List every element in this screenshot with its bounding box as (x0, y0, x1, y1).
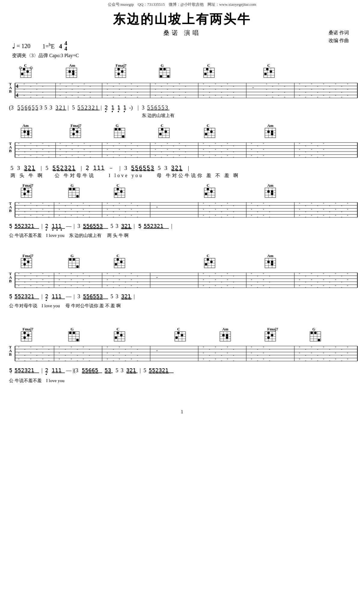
svg-text:×: × (42, 278, 44, 281)
svg-text:×: × (257, 150, 258, 153)
svg-text:×: × (71, 208, 72, 211)
svg-point-258 (27, 133, 29, 135)
svg-text:×: × (59, 148, 61, 151)
svg-text:×: × (125, 216, 126, 219)
svg-point-1049 (46, 374, 47, 375)
svg-text:×: × (179, 82, 180, 85)
svg-text:×: × (119, 345, 120, 348)
svg-text:×: × (233, 204, 234, 207)
svg-text:5: 5 (111, 293, 113, 299)
tempo-value: = 120 (17, 43, 30, 50)
svg-text:|: | (171, 223, 172, 229)
svg-text:×: × (30, 202, 32, 205)
svg-text:×: × (317, 96, 318, 99)
svg-text:×: × (203, 142, 204, 145)
svg-text:×: × (335, 345, 336, 348)
svg-text:Am: Am (267, 253, 273, 258)
svg-text:×: × (89, 96, 91, 99)
svg-text:×: × (299, 148, 300, 151)
svg-text:×: × (323, 345, 324, 348)
svg-point-911 (314, 332, 317, 334)
svg-text:×: × (119, 88, 120, 91)
svg-text:×: × (83, 88, 85, 91)
svg-text:×: × (329, 216, 330, 219)
svg-text:×: × (107, 351, 108, 354)
svg-text:×: × (311, 272, 312, 275)
svg-text:×: × (113, 91, 114, 94)
svg-text:×: × (125, 359, 126, 362)
svg-text:×: × (299, 208, 300, 211)
svg-point-277 (118, 128, 121, 130)
lyricist: 桑诺 作词 (329, 29, 349, 37)
svg-text:×: × (125, 156, 126, 159)
svg-text:×: × (209, 144, 210, 147)
svg-text:×: × (257, 348, 258, 351)
svg-text:C: C (207, 123, 209, 128)
svg-text:×: × (24, 150, 26, 153)
svg-text:×: × (125, 204, 126, 207)
svg-point-674 (115, 263, 117, 265)
svg-text:×: × (77, 91, 79, 94)
svg-text:×: × (335, 82, 336, 85)
svg-text:|: | (134, 223, 135, 229)
svg-text:6: 6 (28, 105, 31, 111)
svg-point-627 (52, 229, 53, 231)
svg-text:×: × (59, 214, 60, 217)
svg-text:×: × (24, 204, 26, 207)
svg-text:5̣: 5̣ (138, 223, 141, 229)
svg-text:×: × (89, 150, 91, 153)
svg-text:5̲5̲6̲5̲5̲3̲: 5̲5̲6̲5̲5̲3̲ (83, 293, 103, 299)
svg-point-683 (210, 261, 213, 263)
svg-text:×: × (83, 208, 84, 211)
svg-text:×: × (30, 208, 32, 211)
svg-text:×: × (125, 210, 126, 213)
svg-text:×: × (30, 154, 32, 157)
svg-text:5: 5 (111, 223, 113, 229)
svg-text:|: | (41, 293, 43, 299)
svg-point-268 (72, 133, 75, 135)
svg-text:×: × (179, 154, 180, 157)
svg-text:—: — (66, 367, 72, 373)
svg-text:×: × (215, 351, 216, 354)
svg-text:×: × (23, 94, 25, 97)
svg-text:Am: Am (222, 327, 228, 331)
svg-text:×: × (89, 144, 91, 147)
svg-text:×: × (305, 359, 306, 362)
svg-text:×: × (257, 144, 258, 147)
svg-text:×: × (272, 91, 273, 94)
svg-text:×: × (155, 88, 156, 91)
svg-text:×: × (221, 85, 222, 88)
svg-text:×: × (257, 359, 258, 362)
svg-text:×: × (131, 345, 132, 348)
svg-text:3: 3 (142, 105, 144, 111)
svg-text:×: × (59, 154, 61, 157)
svg-text:×: × (227, 272, 228, 275)
svg-text:×: × (30, 91, 32, 94)
svg-text:×: × (77, 96, 79, 99)
svg-text:×: × (185, 156, 186, 159)
svg-text:×: × (215, 278, 216, 281)
svg-text:×: × (18, 208, 20, 211)
svg-text:Fmaj7: Fmaj7 (23, 183, 34, 188)
page-number: 1 (6, 409, 358, 418)
svg-text:×: × (113, 274, 114, 278)
svg-text:-): -) (129, 105, 133, 111)
svg-text:4: 4 (16, 84, 18, 89)
svg-text:Am: Am (267, 183, 273, 188)
svg-text:5: 5 (17, 105, 20, 111)
svg-text:×: × (131, 142, 132, 145)
svg-text:×: × (155, 94, 156, 97)
svg-text:×: × (59, 202, 60, 205)
svg-point-479 (205, 193, 207, 195)
svg-text:×: × (36, 94, 38, 97)
svg-text:×: × (323, 357, 324, 360)
svg-text:×: × (278, 82, 279, 85)
svg-text:×: × (227, 154, 228, 157)
svg-text:×: × (266, 88, 267, 91)
svg-text:×: × (24, 144, 26, 147)
svg-text:×: × (71, 202, 72, 205)
svg-point-682 (207, 258, 209, 261)
svg-text:×: × (131, 208, 132, 211)
svg-point-672 (117, 258, 119, 261)
svg-text:×: × (329, 274, 330, 278)
